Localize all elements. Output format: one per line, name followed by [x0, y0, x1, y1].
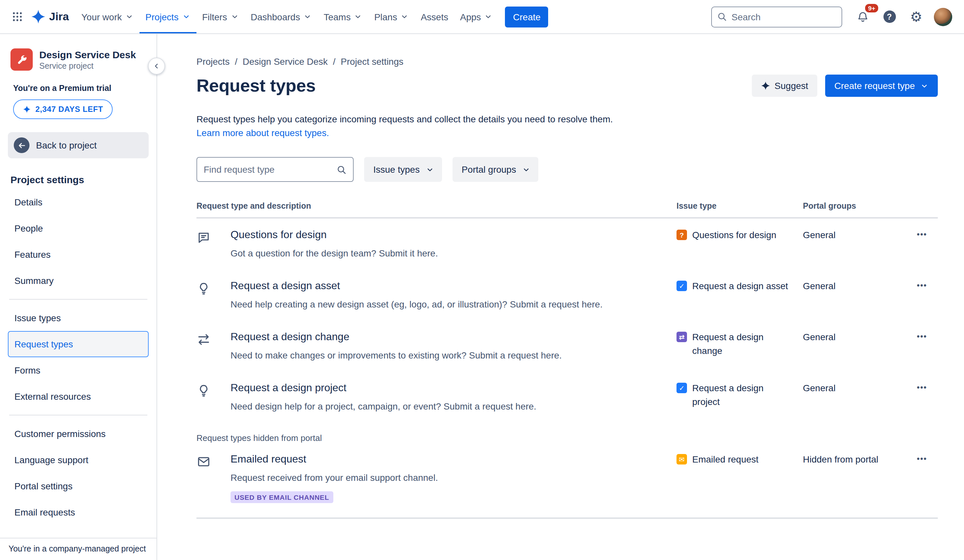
- sidebar-item-details[interactable]: Details: [8, 189, 149, 215]
- column-header-issue-type: Issue type: [676, 201, 803, 211]
- navbar-right: 9+ ? ⚙: [711, 6, 954, 27]
- nav-item-filters[interactable]: Filters: [196, 0, 244, 33]
- nav-item-teams[interactable]: Teams: [318, 0, 368, 33]
- issue-type-label: Request a design asset: [692, 279, 788, 293]
- issue-type-cell: ? Questions for design: [676, 228, 803, 242]
- breadcrumb-project-settings[interactable]: Project settings: [341, 56, 404, 67]
- sidebar-item-portal-settings[interactable]: Portal settings: [8, 473, 149, 499]
- avatar: [934, 8, 952, 26]
- portal-groups-filter-dropdown[interactable]: Portal groups: [453, 157, 539, 182]
- search-input[interactable]: [731, 11, 836, 22]
- sidebar-item-summary[interactable]: Summary: [8, 268, 149, 294]
- find-request-type-input[interactable]: [204, 164, 331, 175]
- search-icon: [337, 164, 347, 174]
- breadcrumb-project-name[interactable]: Design Service Desk: [243, 56, 328, 67]
- sidebar-item-customer-permissions[interactable]: Customer permissions: [8, 420, 149, 447]
- sidebar-item-people[interactable]: People: [8, 215, 149, 242]
- notification-count-badge: 9+: [864, 2, 879, 14]
- lightbulb-icon: [197, 281, 211, 296]
- notifications-button[interactable]: 9+: [852, 6, 873, 27]
- request-type-title[interactable]: Questions for design: [231, 228, 327, 242]
- row-more-button[interactable]: •••: [917, 453, 927, 464]
- chevron-down-icon: [522, 165, 531, 174]
- issue-type-label: Emailed request: [692, 453, 758, 466]
- help-button[interactable]: ?: [879, 6, 900, 27]
- sidebar-divider: [9, 299, 147, 300]
- sidebar-item-language-support[interactable]: Language support: [8, 447, 149, 473]
- help-icon: ?: [883, 10, 896, 23]
- issue-type-label: Questions for design: [692, 228, 777, 242]
- request-type-title[interactable]: Request a design project: [231, 381, 347, 394]
- settings-nav-group-2: Issue types Request types Forms External…: [8, 305, 149, 409]
- jira-logo[interactable]: Jira: [28, 10, 76, 24]
- request-type-description: Got a question for the design team? Subm…: [231, 247, 676, 260]
- sidebar-divider: [9, 415, 147, 416]
- row-more-button[interactable]: •••: [917, 279, 927, 291]
- request-type-description: Need help creating a new design asset (e…: [231, 298, 676, 312]
- arrow-left-icon: [14, 137, 29, 153]
- chevron-down-icon: [354, 13, 363, 21]
- breadcrumb-separator: /: [235, 56, 238, 67]
- portal-group-cell: General: [803, 330, 917, 344]
- table-row: Request a design change Need to make cha…: [197, 321, 938, 372]
- comment-icon: [197, 230, 211, 245]
- nav-item-dashboards[interactable]: Dashboards: [244, 0, 318, 33]
- row-more-button[interactable]: •••: [917, 330, 927, 342]
- sidebar-item-email-requests[interactable]: Email requests: [8, 499, 149, 525]
- back-to-project-button[interactable]: Back to project: [8, 132, 149, 158]
- table-row: Emailed request Request received from yo…: [197, 443, 938, 518]
- request-type-title[interactable]: Request a design change: [231, 330, 349, 344]
- trial-days-pill[interactable]: 2,347 DAYS LEFT: [13, 99, 113, 119]
- global-search: [711, 6, 842, 27]
- nav-item-projects[interactable]: Projects: [140, 0, 196, 33]
- breadcrumb-projects[interactable]: Projects: [197, 56, 230, 67]
- find-request-type-box: [197, 157, 353, 182]
- app-switcher-button[interactable]: [7, 6, 28, 27]
- settings-button[interactable]: ⚙: [906, 6, 927, 27]
- chevron-down-icon: [230, 13, 239, 21]
- envelope-icon: [197, 454, 211, 469]
- row-more-button[interactable]: •••: [917, 228, 927, 240]
- page-description: Request types help you categorize incomi…: [197, 112, 938, 140]
- question-issue-type-icon: ?: [676, 230, 687, 240]
- top-navbar: Jira Your work Projects Filters Dashboar…: [0, 0, 964, 34]
- nav-item-apps[interactable]: Apps: [454, 0, 499, 33]
- project-settings-heading: Project settings: [10, 174, 146, 185]
- chevron-down-icon: [303, 13, 312, 21]
- hidden-from-portal-section-label: Request types hidden from portal: [197, 433, 938, 443]
- table-row: Request a design project Need design hel…: [197, 372, 938, 423]
- breadcrumb-separator: /: [333, 56, 335, 67]
- profile-button[interactable]: [933, 6, 954, 27]
- request-type-description: Need design help for a project, campaign…: [231, 400, 676, 414]
- create-request-type-button[interactable]: Create request type: [825, 75, 938, 97]
- create-button[interactable]: Create: [505, 6, 549, 27]
- gear-icon: ⚙: [910, 10, 922, 24]
- nav-item-assets[interactable]: Assets: [415, 0, 454, 33]
- issue-type-label: Request a design change: [692, 330, 792, 358]
- sidebar-item-request-types[interactable]: Request types: [8, 331, 149, 357]
- page-title: Request types: [197, 76, 316, 96]
- issue-type-label: Request a design project: [692, 381, 792, 409]
- request-type-title[interactable]: Emailed request: [231, 452, 306, 466]
- issue-types-filter-dropdown[interactable]: Issue types: [364, 157, 442, 182]
- sidebar-item-features[interactable]: Features: [8, 242, 149, 268]
- nav-item-your-work[interactable]: Your work: [76, 0, 140, 33]
- sidebar-collapse-button[interactable]: [148, 58, 165, 75]
- project-avatar-icon: [10, 49, 33, 71]
- primary-nav: Your work Projects Filters Dashboards Te…: [76, 0, 499, 33]
- sparkle-icon: [23, 106, 31, 113]
- learn-more-link[interactable]: Learn more about request types.: [197, 126, 329, 140]
- request-issue-type-icon: ✓: [676, 281, 687, 291]
- navbar-left: Jira Your work Projects Filters Dashboar…: [7, 0, 549, 33]
- suggest-button[interactable]: Suggest: [751, 75, 817, 97]
- sidebar-item-forms[interactable]: Forms: [8, 357, 149, 383]
- row-more-button[interactable]: •••: [917, 381, 927, 393]
- nav-item-plans[interactable]: Plans: [368, 0, 415, 33]
- request-type-title[interactable]: Request a design asset: [231, 279, 340, 292]
- issue-type-cell: ✓ Request a design asset: [676, 279, 803, 293]
- sidebar-item-issue-types[interactable]: Issue types: [8, 305, 149, 331]
- sidebar-item-external-resources[interactable]: External resources: [8, 383, 149, 409]
- request-types-table: Request type and description Issue type …: [197, 201, 938, 519]
- portal-group-cell: Hidden from portal: [803, 452, 917, 466]
- breadcrumb: Projects / Design Service Desk / Project…: [197, 56, 938, 67]
